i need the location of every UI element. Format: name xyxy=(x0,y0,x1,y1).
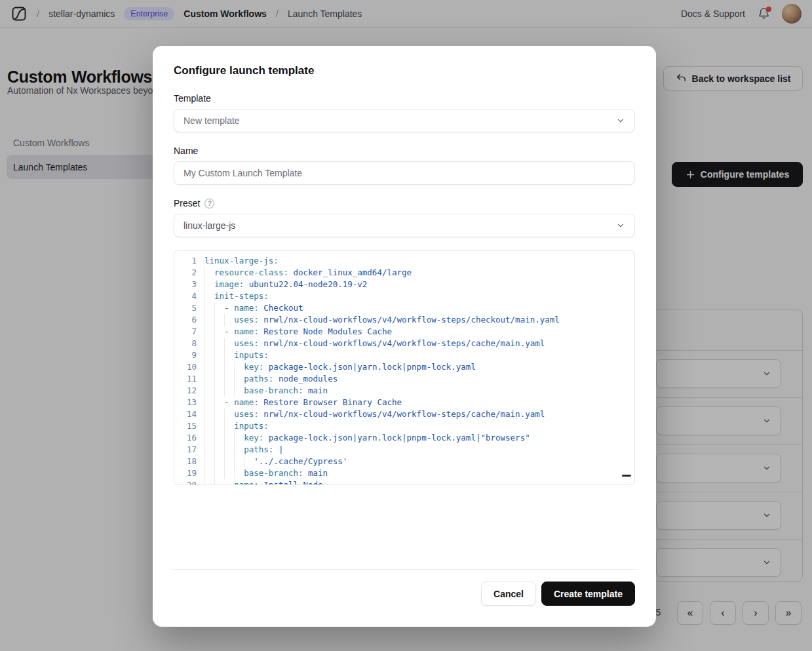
code-line: 13- name: Restore Browser Binary Cache xyxy=(174,397,634,408)
code-line: 1linux-large-js: xyxy=(174,255,634,267)
modal-title: Configure launch template xyxy=(174,64,635,77)
code-line: 2resource-class: docker_linux_amd64/larg… xyxy=(174,267,634,279)
template-field-label: Template xyxy=(174,93,635,104)
modal-footer-divider xyxy=(171,569,638,570)
preset-select-value: linux-large-js xyxy=(184,220,235,231)
code-line: 6uses: nrwl/nx-cloud-workflows/v4/workfl… xyxy=(174,314,634,326)
line-number: 4 xyxy=(174,290,197,302)
code-line: 7- name: Restore Node Modules Cache xyxy=(174,326,634,338)
screen: / stellar-dynamics Enterprise Custom Wor… xyxy=(0,0,812,651)
preset-label-text: Preset xyxy=(174,198,200,208)
code-line: 3image: ubuntu22.04-node20.19-v2 xyxy=(174,279,634,290)
name-input[interactable] xyxy=(174,161,635,185)
template-select[interactable]: New template xyxy=(174,109,635,132)
code-line: 20- name: Install Node xyxy=(174,479,634,485)
code-line: 12base-branch: main xyxy=(174,385,634,397)
code-line: 15inputs: xyxy=(174,420,634,432)
code-line: 19base-branch: main xyxy=(174,467,634,479)
preset-select[interactable]: linux-large-js xyxy=(174,214,635,237)
line-number: 14 xyxy=(174,408,197,420)
line-number: 10 xyxy=(174,361,197,373)
line-number: 18 xyxy=(174,456,197,467)
line-number: 5 xyxy=(174,302,197,314)
line-number: 3 xyxy=(174,279,197,290)
code-line: 11paths: node_modules xyxy=(174,373,634,385)
line-number: 11 xyxy=(174,373,197,385)
name-field-label: Name xyxy=(174,146,635,156)
line-number: 17 xyxy=(174,444,197,456)
preset-field-label: Preset ? xyxy=(174,198,635,208)
code-line: 14uses: nrwl/nx-cloud-workflows/v4/workf… xyxy=(174,408,634,420)
line-number: 1 xyxy=(174,255,197,267)
code-line: 16key: package-lock.json|yarn.lock|pnpm-… xyxy=(174,432,634,444)
chevron-down-icon xyxy=(616,221,625,230)
code-line: 17paths: | xyxy=(174,444,634,456)
configure-launch-template-modal: Configure launch template Template New t… xyxy=(153,46,656,627)
line-number: 9 xyxy=(174,349,197,361)
code-line: 5- name: Checkout xyxy=(174,302,634,314)
code-editor-lines: 1linux-large-js:2resource-class: docker_… xyxy=(174,255,634,485)
code-line: 4init-steps: xyxy=(174,290,634,302)
help-icon[interactable]: ? xyxy=(204,199,214,208)
line-number: 19 xyxy=(174,467,197,479)
line-number: 15 xyxy=(174,420,197,432)
create-template-button[interactable]: Create template xyxy=(541,582,635,606)
line-number: 20 xyxy=(174,479,197,485)
line-number: 6 xyxy=(174,314,197,326)
editor-scrollbar-thumb[interactable] xyxy=(622,475,631,477)
line-number: 8 xyxy=(174,338,197,349)
code-line: 10key: package-lock.json|yarn.lock|pnpm-… xyxy=(174,361,634,373)
cancel-button[interactable]: Cancel xyxy=(481,582,536,606)
code-editor[interactable]: 1linux-large-js:2resource-class: docker_… xyxy=(174,250,635,485)
line-number: 13 xyxy=(174,397,197,408)
line-number: 12 xyxy=(174,385,197,397)
code-line: 9inputs: xyxy=(174,349,634,361)
line-number: 7 xyxy=(174,326,197,338)
code-line: 18'../.cache/Cypress' xyxy=(174,456,634,467)
template-select-value: New template xyxy=(184,115,240,126)
line-number: 2 xyxy=(174,267,197,279)
chevron-down-icon xyxy=(616,116,625,125)
code-line: 8uses: nrwl/nx-cloud-workflows/v4/workfl… xyxy=(174,338,634,349)
line-number: 16 xyxy=(174,432,197,444)
modal-footer: Cancel Create template xyxy=(174,582,635,606)
